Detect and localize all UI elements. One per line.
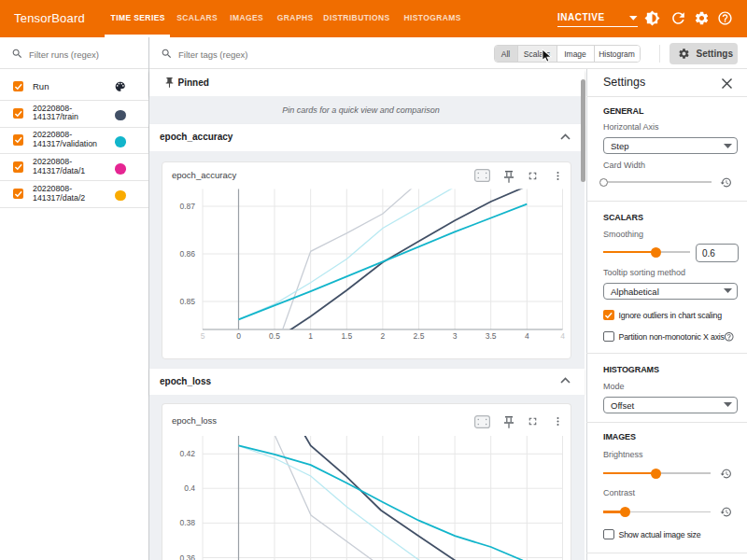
svg-text:0.38: 0.38 bbox=[179, 518, 195, 527]
svg-text:3: 3 bbox=[453, 331, 458, 341]
svg-text:0.5: 0.5 bbox=[269, 331, 280, 341]
svg-text:0.4: 0.4 bbox=[184, 483, 195, 493]
svg-text:0.42: 0.42 bbox=[179, 449, 195, 458]
svg-text:0.85: 0.85 bbox=[179, 297, 195, 306]
svg-text:4: 4 bbox=[525, 331, 529, 341]
svg-text:2: 2 bbox=[381, 331, 386, 341]
svg-text:3.5: 3.5 bbox=[486, 331, 497, 341]
svg-text:0.36: 0.36 bbox=[179, 553, 195, 560]
svg-text:5: 5 bbox=[201, 331, 205, 341]
svg-text:0.87: 0.87 bbox=[179, 202, 195, 211]
svg-text:1: 1 bbox=[308, 331, 313, 341]
svg-text:1.5: 1.5 bbox=[341, 331, 352, 341]
svg-text:0: 0 bbox=[236, 331, 241, 341]
svg-text:2.5: 2.5 bbox=[414, 331, 425, 341]
svg-text:4: 4 bbox=[560, 331, 565, 341]
svg-text:0.86: 0.86 bbox=[179, 249, 195, 259]
